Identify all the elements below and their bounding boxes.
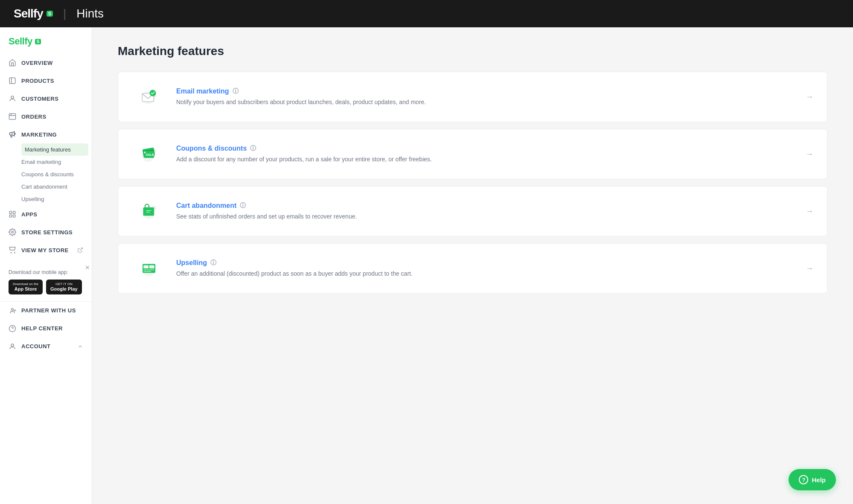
email-marketing-icon-wrap bbox=[132, 84, 166, 110]
svg-rect-31 bbox=[143, 207, 154, 216]
sidebar-footer-nav: PARTNER WITH US HELP CENTER ACCOUNT bbox=[0, 301, 92, 355]
nav-partner-label: PARTNER WITH US bbox=[21, 307, 76, 314]
sidebar-item-coupons-discounts[interactable]: Coupons & discounts bbox=[21, 168, 92, 181]
marketing-icon bbox=[9, 131, 16, 138]
account-icon bbox=[9, 343, 16, 350]
nav-orders[interactable]: Orders bbox=[0, 108, 92, 125]
nav-store-settings[interactable]: Store Settings bbox=[0, 223, 92, 241]
svg-point-16 bbox=[11, 344, 14, 347]
page-title: Marketing features bbox=[118, 44, 827, 58]
coupons-discounts-card[interactable]: SALE Coupons & discounts ⓘ Add a discoun… bbox=[118, 129, 827, 179]
upselling-card[interactable]: Upselling ⓘ Offer an additional (discoun… bbox=[118, 243, 827, 294]
svg-point-21 bbox=[150, 90, 156, 96]
nav-view-my-store-label: View My Store bbox=[21, 247, 69, 253]
nav-customers-label: Customers bbox=[21, 96, 58, 102]
cart-abandonment-info: Cart abandonment ⓘ See stats of unfinish… bbox=[176, 202, 799, 221]
header-logo: Sellfy S bbox=[14, 7, 53, 20]
email-marketing-info: Email marketing ⓘ Notify your buyers and… bbox=[176, 87, 799, 107]
app-store-buttons: Download on the App Store GET IT ON Goog… bbox=[9, 280, 83, 294]
nav-overview[interactable]: Overview bbox=[0, 54, 92, 72]
nav-help-center[interactable]: HELP CENTER bbox=[0, 320, 92, 338]
chevron-up-icon bbox=[77, 344, 83, 350]
sidebar: Sellfy S Overview Products Customers Ord… bbox=[0, 27, 92, 504]
svg-rect-8 bbox=[13, 215, 15, 217]
cart-abandonment-info-icon[interactable]: ⓘ bbox=[240, 202, 246, 210]
cart-abandonment-card[interactable]: Cart abandonment ⓘ See stats of unfinish… bbox=[118, 186, 827, 236]
email-marketing-title: Email marketing ⓘ bbox=[176, 87, 799, 95]
nav-apps[interactable]: Apps bbox=[0, 205, 92, 223]
nav-orders-label: Orders bbox=[21, 114, 47, 120]
main-content: Marketing features Email marketing bbox=[92, 27, 853, 504]
help-question-icon: ? bbox=[799, 475, 808, 484]
upselling-title: Upselling ⓘ bbox=[176, 259, 799, 267]
nav-marketing-label: Marketing bbox=[21, 131, 57, 138]
upselling-icon-wrap bbox=[132, 256, 166, 281]
coupons-icon-wrap: SALE bbox=[132, 141, 166, 167]
svg-point-9 bbox=[12, 231, 14, 233]
nav-apps-label: Apps bbox=[21, 211, 37, 218]
sidebar-item-marketing-features[interactable]: Marketing features bbox=[21, 143, 88, 156]
settings-icon bbox=[9, 228, 16, 236]
home-icon bbox=[9, 59, 16, 67]
svg-rect-39 bbox=[143, 269, 154, 270]
nav-customers[interactable]: Customers bbox=[0, 90, 92, 108]
nav-partner-with-us[interactable]: PARTNER WITH US bbox=[0, 302, 92, 320]
store-icon bbox=[9, 246, 16, 254]
svg-rect-7 bbox=[9, 215, 12, 217]
cart-icon bbox=[136, 198, 162, 224]
upselling-info: Upselling ⓘ Offer an additional (discoun… bbox=[176, 259, 799, 278]
nav-store-settings-label: Store Settings bbox=[21, 229, 73, 236]
layout: Sellfy S Overview Products Customers Ord… bbox=[0, 27, 853, 504]
app-store-button[interactable]: Download on the App Store bbox=[9, 280, 43, 294]
email-marketing-info-icon[interactable]: ⓘ bbox=[233, 87, 239, 95]
help-button[interactable]: ? Help bbox=[789, 469, 836, 490]
upselling-icon bbox=[136, 256, 162, 281]
cart-abandonment-title: Cart abandonment ⓘ bbox=[176, 202, 799, 210]
sidebar-item-cart-abandonment[interactable]: Cart abandonment bbox=[21, 181, 92, 193]
sidebar-logo-text: Sellfy bbox=[9, 36, 32, 47]
svg-rect-37 bbox=[143, 265, 148, 269]
email-marketing-arrow: → bbox=[806, 93, 813, 102]
sidebar-item-email-marketing[interactable]: Email marketing bbox=[21, 156, 92, 168]
coupons-arrow: → bbox=[806, 150, 813, 159]
cart-abandonment-arrow: → bbox=[806, 207, 813, 216]
sidebar-item-upselling[interactable]: Upselling bbox=[21, 193, 92, 205]
upselling-arrow: → bbox=[806, 264, 813, 273]
header-divider: | bbox=[63, 7, 66, 20]
cart-icon-wrap bbox=[132, 198, 166, 224]
svg-rect-40 bbox=[143, 271, 151, 272]
coupons-icon: SALE bbox=[136, 141, 162, 167]
customers-icon bbox=[9, 95, 16, 102]
orders-icon bbox=[9, 113, 16, 120]
external-link-icon bbox=[77, 247, 83, 253]
nav-view-my-store[interactable]: View My Store bbox=[0, 241, 92, 259]
top-header: Sellfy S | Hints bbox=[0, 0, 853, 27]
coupons-desc: Add a discount for any number of your pr… bbox=[176, 155, 799, 164]
coupons-title: Coupons & discounts ⓘ bbox=[176, 145, 799, 152]
svg-rect-6 bbox=[13, 211, 15, 213]
close-mobile-banner[interactable]: ✕ bbox=[85, 264, 90, 271]
nav-products-label: Products bbox=[21, 78, 54, 84]
upselling-info-icon[interactable]: ⓘ bbox=[210, 259, 216, 267]
sidebar-logo-badge: S bbox=[35, 39, 41, 44]
svg-rect-2 bbox=[9, 114, 16, 119]
apps-icon bbox=[9, 210, 16, 218]
svg-rect-38 bbox=[149, 265, 154, 269]
email-marketing-card[interactable]: Email marketing ⓘ Notify your buyers and… bbox=[118, 72, 827, 122]
nav-account[interactable]: ACCOUNT bbox=[0, 338, 92, 355]
mobile-app-section: ✕ Download our mobile app: Download on t… bbox=[0, 262, 92, 301]
nav-help-center-label: HELP CENTER bbox=[21, 325, 63, 332]
marketing-sub-nav: Marketing features Email marketing Coupo… bbox=[0, 143, 92, 205]
nav-products[interactable]: Products bbox=[0, 72, 92, 90]
help-center-icon bbox=[9, 325, 16, 332]
sidebar-logo: Sellfy S bbox=[0, 27, 92, 54]
coupons-info-icon[interactable]: ⓘ bbox=[250, 145, 256, 152]
mobile-app-label: Download our mobile app: bbox=[9, 269, 83, 275]
svg-rect-5 bbox=[9, 211, 12, 213]
nav-marketing[interactable]: Marketing bbox=[0, 125, 92, 143]
email-marketing-desc: Notify your buyers and subscribers about… bbox=[176, 98, 799, 107]
google-play-button[interactable]: GET IT ON Google Play bbox=[46, 280, 82, 294]
header-title: Hints bbox=[76, 7, 104, 20]
header-logo-badge: S bbox=[47, 11, 53, 17]
partner-icon bbox=[9, 307, 16, 315]
